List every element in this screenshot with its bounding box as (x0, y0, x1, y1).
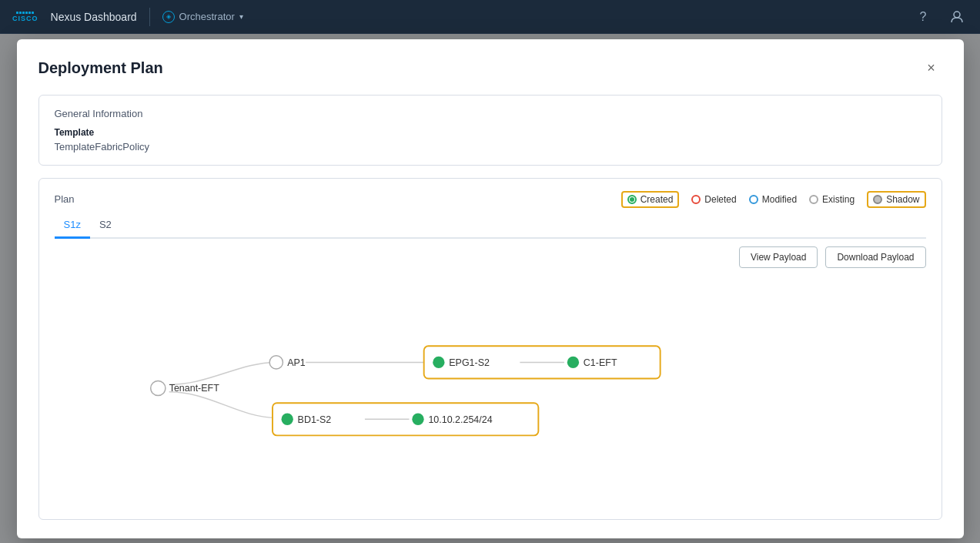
subnet-dot (412, 413, 423, 424)
svg-point-0 (954, 12, 960, 18)
legend-created[interactable]: Created (621, 191, 680, 208)
app-name: Orchestrator (179, 11, 235, 22)
legend-existing[interactable]: Existing (809, 194, 855, 205)
subnet-label: 10.10.2.254/24 (428, 414, 492, 425)
modified-dot (749, 195, 758, 204)
brand-title: Nexus Dashboard (51, 11, 137, 23)
created-dot (627, 195, 637, 204)
nav-divider (149, 8, 150, 26)
legend-modified[interactable]: Modified (749, 194, 797, 205)
view-payload-button[interactable]: View Payload (739, 246, 818, 268)
plan-tabs: S1z S2 (55, 214, 926, 239)
plan-card: Plan Created Deleted (38, 178, 942, 520)
plan-diagram: Tenant-EFT AP1 EPG1-S2 C1-EFT (55, 288, 926, 488)
download-payload-button[interactable]: Download Payload (825, 246, 925, 268)
deleted-label: Deleted (704, 194, 736, 205)
deployment-plan-modal: Deployment Plan × General Information Te… (17, 39, 964, 538)
bd1s2-label: BD1-S2 (297, 414, 331, 425)
plan-title: Plan (55, 193, 75, 205)
diagram-area: Tenant-EFT AP1 EPG1-S2 C1-EFT (55, 273, 926, 507)
user-button[interactable] (946, 6, 968, 28)
connector-tenant-ap1 (169, 362, 276, 384)
shadow-dot (873, 195, 882, 204)
action-buttons: View Payload Download Payload (55, 246, 926, 268)
top-navigation: CISCO Nexus Dashboard ◈ Orchestrator ▾ ? (0, 0, 980, 34)
orchestrator-icon: ◈ (162, 11, 175, 23)
template-label: Template (55, 127, 926, 138)
ap1-node-circle (269, 355, 283, 368)
ap1-node-label: AP1 (287, 357, 306, 368)
general-info-title: General Information (55, 108, 926, 119)
epg1s2-label: EPG1-S2 (449, 357, 490, 368)
tab-s1z[interactable]: S1z (55, 214, 90, 239)
tenant-node-circle (150, 380, 165, 395)
connector-tenant-bd1 (169, 391, 276, 417)
general-info-card: General Information Template TemplateFab… (38, 95, 942, 166)
template-value: TemplateFabricPolicy (55, 141, 926, 153)
shadow-label: Shadow (886, 194, 919, 205)
bd1s2-dot (281, 413, 293, 424)
modal-overlay: Deployment Plan × General Information Te… (0, 34, 980, 543)
tab-s2[interactable]: S2 (90, 214, 121, 239)
deleted-dot (691, 195, 701, 204)
legend-shadow[interactable]: Shadow (867, 191, 925, 208)
existing-dot (809, 195, 818, 204)
c1eft-dot (567, 356, 578, 367)
c1eft-label: C1-EFT (583, 357, 617, 368)
modified-label: Modified (762, 194, 797, 205)
legend-deleted[interactable]: Deleted (691, 194, 736, 205)
tenant-node-label: Tenant-EFT (169, 382, 219, 393)
modal-close-button[interactable]: × (921, 58, 942, 79)
legend: Created Deleted Modified E (621, 191, 926, 208)
epg1s2-dot (433, 356, 444, 367)
app-selector[interactable]: ◈ Orchestrator ▾ (162, 11, 243, 23)
modal-title: Deployment Plan (38, 59, 163, 77)
existing-label: Existing (822, 194, 855, 205)
user-icon (950, 10, 964, 24)
chevron-down-icon: ▾ (239, 12, 243, 21)
created-label: Created (641, 194, 674, 205)
modal-header: Deployment Plan × (38, 58, 942, 79)
cisco-logo: CISCO (12, 12, 38, 22)
help-button[interactable]: ? (912, 6, 934, 28)
plan-header: Plan Created Deleted (55, 191, 926, 208)
